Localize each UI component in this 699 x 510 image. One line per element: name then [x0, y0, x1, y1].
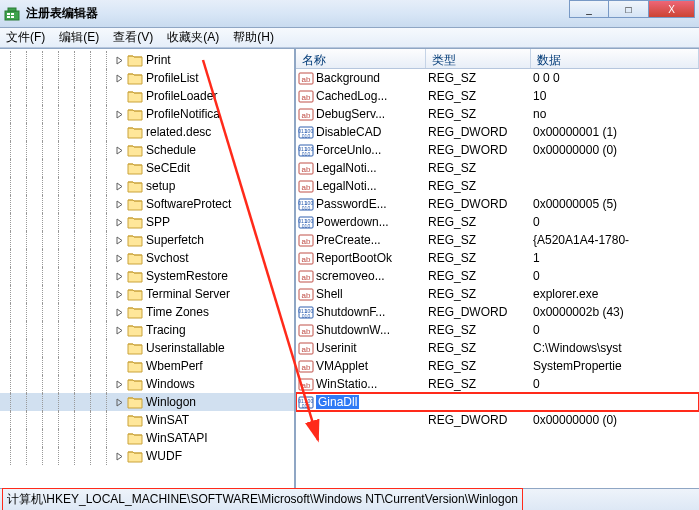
list-pane[interactable]: 名称 类型 数据 abBackgroundREG_SZ0 0 0abCached…: [296, 49, 699, 488]
expander-icon[interactable]: [114, 109, 125, 120]
value-row[interactable]: 011100010Powerdown...REG_SZ0: [296, 213, 699, 231]
tree-item[interactable]: Time Zones: [0, 303, 294, 321]
value-row[interactable]: abLegalNoti...REG_SZ: [296, 177, 699, 195]
value-name-cell: abWinStatio...: [296, 376, 426, 392]
value-type: REG_SZ: [426, 71, 531, 85]
tree-indent: [82, 411, 98, 429]
value-type: REG_SZ: [426, 269, 531, 283]
value-name: GinaDll: [316, 395, 359, 409]
tree-item[interactable]: Winlogon: [0, 393, 294, 411]
value-row[interactable]: abscremoveo...REG_SZ0: [296, 267, 699, 285]
expander-icon[interactable]: [114, 73, 125, 84]
value-name: VMApplet: [316, 359, 368, 373]
tree-indent: [50, 375, 66, 393]
close-icon: X: [668, 4, 675, 15]
value-row[interactable]: abVMAppletREG_SZSystemPropertie: [296, 357, 699, 375]
tree-item[interactable]: Schedule: [0, 141, 294, 159]
menu-edit[interactable]: 编辑(E): [59, 29, 99, 46]
tree-item[interactable]: Superfetch: [0, 231, 294, 249]
menu-view[interactable]: 查看(V): [113, 29, 153, 46]
expander-icon[interactable]: [114, 181, 125, 192]
tree-item[interactable]: WUDF: [0, 447, 294, 465]
expander-icon[interactable]: [114, 145, 125, 156]
expander-icon[interactable]: [114, 451, 125, 462]
tree-item[interactable]: Userinstallable: [0, 339, 294, 357]
value-name-cell: abShutdownW...: [296, 322, 426, 338]
svg-text:010: 010: [302, 313, 311, 319]
expander-icon[interactable]: [114, 217, 125, 228]
tree-item[interactable]: ProfileNotifica: [0, 105, 294, 123]
menu-help[interactable]: 帮助(H): [233, 29, 274, 46]
expander-icon[interactable]: [114, 397, 125, 408]
tree-indent: [2, 69, 18, 87]
tree-item[interactable]: Windows: [0, 375, 294, 393]
menu-file[interactable]: 文件(F): [6, 29, 45, 46]
expander-icon: [114, 433, 125, 444]
string-value-icon: ab: [298, 232, 314, 248]
value-row[interactable]: abBackgroundREG_SZ0 0 0: [296, 69, 699, 87]
expander-icon[interactable]: [114, 289, 125, 300]
expander-icon[interactable]: [114, 235, 125, 246]
menu-favorites[interactable]: 收藏夹(A): [167, 29, 219, 46]
value-row[interactable]: abWinStatio...REG_SZ0: [296, 375, 699, 393]
value-row[interactable]: abReportBootOkREG_SZ1: [296, 249, 699, 267]
tree-item[interactable]: Tracing: [0, 321, 294, 339]
tree-item[interactable]: Svchost: [0, 249, 294, 267]
value-row[interactable]: 011100010DisableCADREG_DWORD0x00000001 (…: [296, 123, 699, 141]
tree-item[interactable]: WinSAT: [0, 411, 294, 429]
expander-icon[interactable]: [114, 199, 125, 210]
value-row[interactable]: 011100010PasswordE...REG_DWORD0x00000005…: [296, 195, 699, 213]
tree-item[interactable]: Print: [0, 51, 294, 69]
col-header-type[interactable]: 类型: [426, 49, 531, 68]
value-row[interactable]: abCachedLog...REG_SZ10: [296, 87, 699, 105]
col-header-name[interactable]: 名称: [296, 49, 426, 68]
value-row[interactable]: abShutdownW...REG_SZ0: [296, 321, 699, 339]
value-row[interactable]: 011100010GinaDll: [296, 393, 699, 411]
tree-item[interactable]: ProfileList: [0, 69, 294, 87]
value-name: ShutdownW...: [316, 323, 390, 337]
maximize-button[interactable]: □: [609, 0, 649, 18]
tree-item[interactable]: SeCEdit: [0, 159, 294, 177]
value-row[interactable]: abShellREG_SZexplorer.exe: [296, 285, 699, 303]
tree-indent: [34, 141, 50, 159]
tree-indent: [34, 123, 50, 141]
tree-pane[interactable]: PrintProfileListProfileLoaderProfileNoti…: [0, 49, 296, 488]
minimize-button[interactable]: _: [569, 0, 609, 18]
tree-indent: [50, 159, 66, 177]
value-row[interactable]: abUserinitREG_SZC:\Windows\syst: [296, 339, 699, 357]
expander-icon[interactable]: [114, 379, 125, 390]
value-data: no: [531, 107, 699, 121]
value-row[interactable]: REG_DWORD0x00000000 (0): [296, 411, 699, 429]
string-value-icon: ab: [298, 250, 314, 266]
tree-item[interactable]: ProfileLoader: [0, 87, 294, 105]
expander-icon[interactable]: [114, 253, 125, 264]
expander-icon[interactable]: [114, 307, 125, 318]
value-name-cell: [296, 412, 426, 428]
expander-icon[interactable]: [114, 55, 125, 66]
expander-icon[interactable]: [114, 271, 125, 282]
tree-item[interactable]: WinSATAPI: [0, 429, 294, 447]
value-row[interactable]: abPreCreate...REG_SZ{A520A1A4-1780-: [296, 231, 699, 249]
tree-indent: [98, 411, 114, 429]
value-row[interactable]: abDebugServ...REG_SZno: [296, 105, 699, 123]
tree-item[interactable]: Terminal Server: [0, 285, 294, 303]
value-row[interactable]: 011100010ForceUnlo...REG_DWORD0x00000000…: [296, 141, 699, 159]
tree-item[interactable]: SPP: [0, 213, 294, 231]
tree-item[interactable]: WbemPerf: [0, 357, 294, 375]
value-row[interactable]: 011100010ShutdownF...REG_DWORD0x0000002b…: [296, 303, 699, 321]
tree-indent: [18, 159, 34, 177]
tree-item[interactable]: SystemRestore: [0, 267, 294, 285]
tree-item[interactable]: SoftwareProtect: [0, 195, 294, 213]
close-button[interactable]: X: [649, 0, 695, 18]
expander-icon[interactable]: [114, 325, 125, 336]
col-header-data[interactable]: 数据: [531, 49, 699, 68]
tree-indent: [82, 357, 98, 375]
tree-item[interactable]: related.desc: [0, 123, 294, 141]
tree-item[interactable]: setup: [0, 177, 294, 195]
value-row[interactable]: abLegalNoti...REG_SZ: [296, 159, 699, 177]
tree-item-label: setup: [146, 179, 175, 193]
folder-icon: [127, 161, 143, 175]
tree-indent: [98, 267, 114, 285]
tree-indent: [98, 69, 114, 87]
tree-indent: [50, 231, 66, 249]
